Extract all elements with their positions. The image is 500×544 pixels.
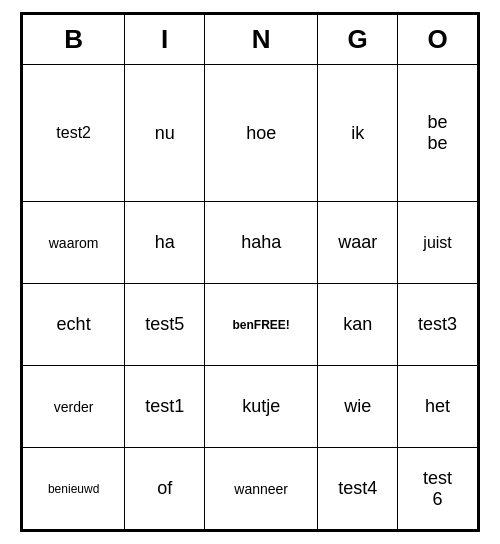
cell: kutje: [205, 366, 318, 448]
cell: test1: [125, 366, 205, 448]
cell: wie: [318, 366, 398, 448]
cell: echt: [23, 284, 125, 366]
header-row: B I N G O: [23, 15, 478, 65]
cell: juist: [398, 202, 478, 284]
table-row: echttest5benFREE!kantest3: [23, 284, 478, 366]
col-n: N: [205, 15, 318, 65]
bingo-board: B I N G O test2nuhoeikbebewaaromhahahawa…: [20, 12, 480, 532]
table-row: verdertest1kutjewiehet: [23, 366, 478, 448]
cell: test5: [125, 284, 205, 366]
cell: test4: [318, 448, 398, 530]
cell: het: [398, 366, 478, 448]
bingo-table: B I N G O test2nuhoeikbebewaaromhahahawa…: [22, 14, 478, 530]
cell: ik: [318, 65, 398, 202]
col-b: B: [23, 15, 125, 65]
cell: test2: [23, 65, 125, 202]
cell: waar: [318, 202, 398, 284]
cell: of: [125, 448, 205, 530]
cell: kan: [318, 284, 398, 366]
cell: haha: [205, 202, 318, 284]
cell: nu: [125, 65, 205, 202]
cell: test3: [398, 284, 478, 366]
col-g: G: [318, 15, 398, 65]
cell: verder: [23, 366, 125, 448]
cell: waarom: [23, 202, 125, 284]
col-o: O: [398, 15, 478, 65]
table-row: test2nuhoeikbebe: [23, 65, 478, 202]
cell: wanneer: [205, 448, 318, 530]
cell: hoe: [205, 65, 318, 202]
cell: benFREE!: [205, 284, 318, 366]
cell: benieuwd: [23, 448, 125, 530]
cell: ha: [125, 202, 205, 284]
cell: bebe: [398, 65, 478, 202]
col-i: I: [125, 15, 205, 65]
table-row: waaromhahahawaarjuist: [23, 202, 478, 284]
table-row: benieuwdofwanneertest4test6: [23, 448, 478, 530]
cell: test6: [398, 448, 478, 530]
